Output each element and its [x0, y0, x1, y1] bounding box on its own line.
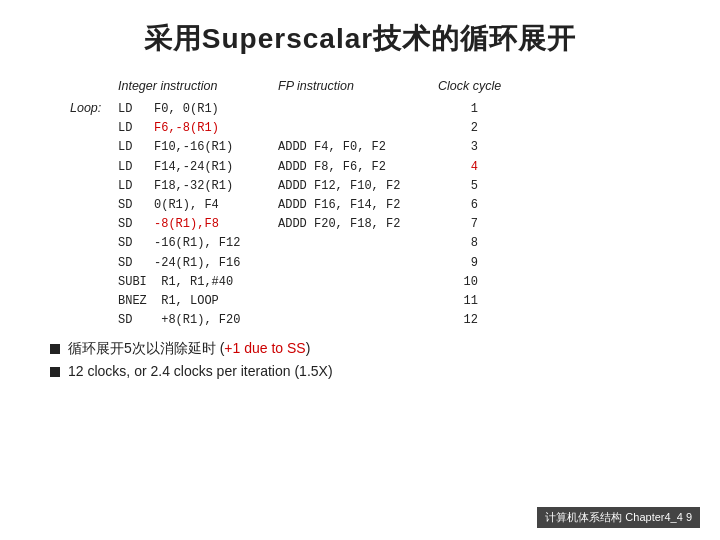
row-fp-6: ADDD F20, F18, F2: [278, 215, 438, 234]
table-row: SD -24(R1), F16 9: [70, 254, 680, 273]
row-int-4: LD F18,-32(R1): [118, 177, 278, 196]
bullet-icon-2: [50, 367, 60, 377]
row-int-10: BNEZ R1, LOOP: [118, 292, 278, 311]
bullet-text-2: 12 clocks, or 2.4 clocks per iteration (…: [68, 363, 333, 379]
row-clock-6: 7: [438, 215, 478, 234]
row-clock-0: 1: [438, 100, 478, 119]
header-int-col: Integer instruction: [118, 76, 278, 96]
row-clock-10: 11: [438, 292, 478, 311]
table-row: Loop: LD F0, 0(R1) 1: [70, 98, 680, 119]
table-header: Integer instruction FP instruction Clock…: [70, 76, 680, 96]
bullet-text-1: 循环展开5次以消除延时 (+1 due to SS): [68, 340, 310, 358]
row-fp-3: ADDD F8, F6, F2: [278, 158, 438, 177]
row-fp-2: ADDD F4, F0, F2: [278, 138, 438, 157]
bullet-icon-1: [50, 344, 60, 354]
table-row: SD -8(R1),F8 ADDD F20, F18, F2 7: [70, 215, 680, 234]
table-row: LD F6,-8(R1) 2: [70, 119, 680, 138]
table-row: SUBI R1, R1,#40 10: [70, 273, 680, 292]
row-clock-8: 9: [438, 254, 478, 273]
table-row: SD +8(R1), F20 12: [70, 311, 680, 330]
bullets-section: 循环展开5次以消除延时 (+1 due to SS) 12 clocks, or…: [50, 340, 680, 384]
row-int-9: SUBI R1, R1,#40: [118, 273, 278, 292]
row-clock-5: 6: [438, 196, 478, 215]
row-int-8: SD -24(R1), F16: [118, 254, 278, 273]
header-fp-col: FP instruction: [278, 76, 438, 96]
page-title: 采用Superscalar技术的循环展开: [40, 20, 680, 58]
bullet-item-1: 循环展开5次以消除延时 (+1 due to SS): [50, 340, 680, 358]
row-clock-7: 8: [438, 234, 478, 253]
table-row: LD F10,-16(R1) ADDD F4, F0, F2 3: [70, 138, 680, 157]
header-label-col: [70, 76, 118, 96]
row-int-11: SD +8(R1), F20: [118, 311, 278, 330]
row-int-2: LD F10,-16(R1): [118, 138, 278, 157]
row-int-7: SD -16(R1), F12: [118, 234, 278, 253]
table-row: LD F14,-24(R1) ADDD F8, F6, F2 4: [70, 158, 680, 177]
row-int-6: SD -8(R1),F8: [118, 215, 278, 234]
row-fp-5: ADDD F16, F14, F2: [278, 196, 438, 215]
row-clock-11: 12: [438, 311, 478, 330]
row-int-5: SD 0(R1), F4: [118, 196, 278, 215]
row-clock-9: 10: [438, 273, 478, 292]
row-fp-4: ADDD F12, F10, F2: [278, 177, 438, 196]
footer-label: 计算机体系结构 Chapter4_4 9: [537, 507, 700, 528]
row-int-3: LD F14,-24(R1): [118, 158, 278, 177]
table-row: BNEZ R1, LOOP 11: [70, 292, 680, 311]
loop-label: Loop:: [70, 98, 118, 118]
row-int-0: LD F0, 0(R1): [118, 100, 278, 119]
table-row: SD -16(R1), F12 8: [70, 234, 680, 253]
row-int-1: LD F6,-8(R1): [118, 119, 278, 138]
row-clock-1: 2: [438, 119, 478, 138]
header-clock-col: Clock cycle: [438, 76, 518, 96]
row-clock-4: 5: [438, 177, 478, 196]
table-row: LD F18,-32(R1) ADDD F12, F10, F2 5: [70, 177, 680, 196]
row-clock-2: 3: [438, 138, 478, 157]
row-clock-3: 4: [438, 158, 478, 177]
bullet-item-2: 12 clocks, or 2.4 clocks per iteration (…: [50, 363, 680, 379]
table-row: SD 0(R1), F4 ADDD F16, F14, F2 6: [70, 196, 680, 215]
